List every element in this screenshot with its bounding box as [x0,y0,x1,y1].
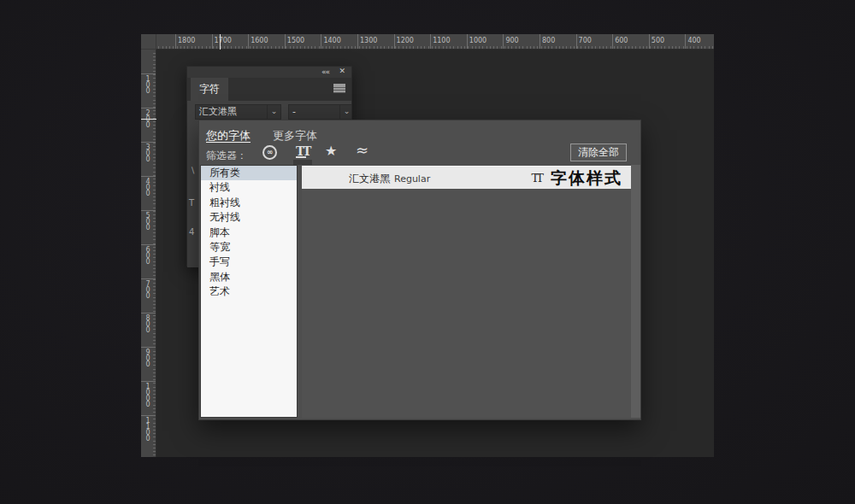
category-item[interactable]: 黑体 [201,270,297,284]
chevron-down-icon[interactable]: ⌄ [339,105,351,119]
creative-cloud-filter-icon[interactable]: ∞ [262,145,277,160]
category-item[interactable]: 粗衬线 [201,196,297,210]
favorites-filter-icon[interactable]: ★ [325,143,337,159]
close-panel-icon[interactable]: ✕ [339,67,345,75]
filter-label: 筛选器： [206,149,247,163]
category-item[interactable]: 无衬线 [201,210,297,225]
category-list: 所有类 衬线 粗衬线 无衬线 脚本 等宽 手写 黑体 艺术 [200,165,298,418]
clipped-control-icon: 4 [189,227,194,237]
category-item[interactable]: 衬线 [201,180,297,195]
category-item[interactable]: 所有类 [201,166,297,180]
font-family-value: 汇文港黑 [199,106,237,117]
font-name: 汇文港黑 [349,173,390,185]
classification-filter-icon[interactable]: TT [296,144,310,158]
panel-header: «« ✕ [187,67,351,78]
panel-tab-bar: 字符 [187,78,351,101]
truetype-icon: TT [531,172,544,185]
clipped-control-icon: T [189,198,194,208]
font-list: 汇文港黑Regular TT 字体样式 [302,165,631,418]
font-picker-dropdown: 您的字体 更多字体 筛选器： ∞ TT ★ ≈ 清除全部 所有类 衬线 粗衬线 … [198,120,641,420]
clipped-control-icon: ∖ [190,166,195,175]
ruler-vertical: 10020030040050060070080090010001100 [141,50,156,457]
category-item[interactable]: 脚本 [201,226,297,240]
cursor-position-marker-x [220,34,221,50]
tab-more-fonts[interactable]: 更多字体 [273,128,317,144]
collapse-panel-icon[interactable]: «« [321,67,329,76]
tab-character[interactable]: 字符 [191,78,228,101]
font-style-select[interactable]: - ⌄ [288,104,351,120]
similar-fonts-filter-icon[interactable]: ≈ [356,141,369,159]
clear-all-button[interactable]: 清除全部 [570,144,627,161]
category-item[interactable]: 手写 [201,255,297,269]
ruler-horizontal: 1800170016001500140013001200110010009008… [141,34,714,50]
panel-menu-icon[interactable] [333,84,345,93]
classification-underline [296,156,306,158]
category-item[interactable]: 等宽 [201,240,297,255]
chevron-down-icon[interactable]: ⌄ [267,105,280,119]
font-family-select[interactable]: 汇文港黑 ⌄ [195,104,281,120]
ruler-origin-corner [141,34,156,50]
scrollbar-track[interactable] [631,165,640,418]
font-sample-text: 字体样式 [551,167,622,190]
category-item[interactable]: 艺术 [201,284,297,299]
font-style-label: Regular [394,173,430,185]
tab-your-fonts[interactable]: 您的字体 [206,128,251,144]
font-row[interactable]: 汇文港黑Regular TT 字体样式 [302,166,631,189]
cursor-position-marker-y [141,119,156,120]
font-style-value: - [292,106,296,117]
